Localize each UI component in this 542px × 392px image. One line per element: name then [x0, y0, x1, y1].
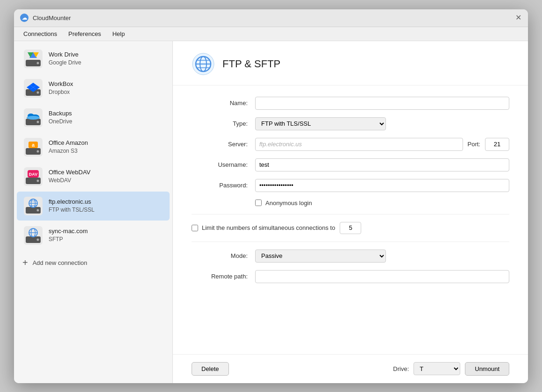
- server-row: Server: Port:: [192, 138, 509, 151]
- sidebar-item-sftp[interactable]: sync-mac.com SFTP: [17, 221, 170, 250]
- name-row: Name:: [192, 97, 509, 110]
- divider-2: [192, 242, 509, 242]
- sidebar-item-webdav[interactable]: DAV Office WebDAV WebDAV: [17, 162, 170, 191]
- remote-path-label: Remote path:: [192, 273, 248, 280]
- type-label: Type:: [192, 120, 248, 127]
- work-drive-name: Work Drive: [49, 50, 81, 59]
- ftp-icon: [23, 196, 43, 216]
- workbox-text: WorkBox Dropbox: [49, 80, 73, 96]
- ftp-name: ftp.electronic.us: [49, 198, 94, 206]
- anonymous-label: Anonymous login: [265, 200, 312, 207]
- name-label: Name:: [192, 100, 248, 107]
- close-button[interactable]: ✕: [515, 14, 521, 21]
- workbox-sub: Dropbox: [49, 88, 73, 96]
- webdav-sub: WebDAV: [49, 177, 91, 185]
- work-drive-sub: Google Drive: [49, 59, 81, 67]
- amazon-sub: Amazon S3: [49, 147, 88, 155]
- detail-header: FTP & SFTP: [173, 41, 528, 86]
- type-select[interactable]: FTP SFTP FTP with TLS/SSL: [255, 117, 386, 130]
- sftp-icon: [23, 226, 43, 245]
- sidebar: Work Drive Google Drive: [14, 41, 173, 383]
- webdav-name: Office WebDAV: [49, 168, 91, 177]
- ftp-text: ftp.electronic.us FTP with TSL/SSL: [49, 198, 94, 214]
- drive-section: Drive: T A B C Unmount: [393, 362, 509, 376]
- sftp-text: sync-mac.com SFTP: [49, 227, 88, 243]
- svg-point-31: [37, 179, 39, 182]
- menubar: Connections Preferences Help: [14, 27, 528, 41]
- sftp-name: sync-mac.com: [49, 227, 88, 235]
- menu-preferences[interactable]: Preferences: [64, 29, 106, 39]
- mode-row: Mode: Passive Active: [192, 249, 509, 263]
- webdav-text: Office WebDAV WebDAV: [49, 168, 91, 185]
- backups-text: Backups OneDrive: [49, 109, 72, 126]
- drive-select[interactable]: T A B C: [414, 362, 460, 375]
- port-label: Port:: [468, 141, 480, 148]
- backups-icon: [23, 108, 43, 128]
- work-drive-text: Work Drive Google Drive: [49, 50, 81, 67]
- sftp-sub: SFTP: [49, 235, 88, 243]
- svg-text:a: a: [32, 142, 35, 148]
- server-input[interactable]: [255, 138, 463, 151]
- app-window: ☁ CloudMounter ✕ Connections Preferences…: [14, 9, 528, 383]
- amazon-text: Office Amazon Amazon S3: [49, 139, 88, 155]
- sidebar-item-backups[interactable]: Backups OneDrive: [17, 103, 170, 132]
- workbox-name: WorkBox: [49, 80, 73, 88]
- password-label: Password:: [192, 182, 248, 189]
- webdav-icon: DAV: [23, 167, 43, 186]
- sidebar-item-workbox[interactable]: WorkBox Dropbox: [17, 74, 170, 103]
- add-icon: +: [22, 257, 28, 268]
- divider-1: [192, 214, 509, 214]
- backups-name: Backups: [49, 109, 72, 118]
- add-connection-label: Add new connection: [33, 259, 87, 266]
- detail-icon: [192, 52, 215, 76]
- name-input[interactable]: [255, 97, 509, 110]
- app-title: CloudMounter: [33, 14, 71, 21]
- svg-point-13: [37, 91, 39, 93]
- svg-text:☁: ☁: [22, 15, 27, 21]
- workbox-icon: [23, 78, 43, 98]
- svg-point-20: [37, 121, 39, 123]
- detail-body: Name: Type: FTP SFTP FTP with TLS/SSL Se…: [173, 86, 528, 354]
- svg-point-44: [37, 238, 39, 241]
- mode-label: Mode:: [192, 252, 248, 259]
- mode-select[interactable]: Passive Active: [255, 249, 386, 263]
- detail-panel: FTP & SFTP Name: Type: FTP SFTP FTP with…: [173, 41, 528, 383]
- app-icon: ☁: [20, 13, 29, 22]
- unmount-button[interactable]: Unmount: [465, 362, 509, 376]
- bottom-actions: Delete Drive: T A B C Unmount: [173, 354, 528, 383]
- port-input[interactable]: [485, 138, 509, 151]
- backups-sub: OneDrive: [49, 118, 72, 126]
- password-row: Password:: [192, 179, 509, 192]
- limit-label: Limit the numbers of simultaneous connec…: [202, 224, 335, 231]
- menu-help[interactable]: Help: [107, 29, 129, 39]
- menu-connections[interactable]: Connections: [19, 29, 62, 39]
- work-drive-icon: [23, 49, 43, 69]
- remote-path-input[interactable]: [255, 270, 509, 283]
- amazon-name: Office Amazon: [49, 139, 88, 147]
- anonymous-row: Anonymous login: [192, 200, 509, 207]
- password-input[interactable]: [255, 179, 509, 192]
- username-input[interactable]: [255, 158, 509, 171]
- username-row: Username:: [192, 158, 509, 171]
- svg-point-5: [37, 62, 39, 64]
- remote-path-row: Remote path:: [192, 270, 509, 283]
- anonymous-checkbox[interactable]: [255, 200, 262, 206]
- limit-input[interactable]: [340, 222, 361, 234]
- detail-title: FTP & SFTP: [222, 58, 280, 70]
- sidebar-item-ftp[interactable]: ftp.electronic.us FTP with TSL/SSL: [17, 192, 170, 221]
- drive-label: Drive:: [393, 365, 409, 372]
- sidebar-item-amazon[interactable]: a Office Amazon Amazon S3: [17, 133, 170, 162]
- svg-point-36: [37, 209, 39, 211]
- svg-point-23: [27, 116, 40, 120]
- main-content: Work Drive Google Drive: [14, 41, 528, 383]
- add-connection-button[interactable]: + Add new connection: [14, 253, 172, 273]
- sidebar-item-work-drive[interactable]: Work Drive Google Drive: [17, 44, 170, 73]
- delete-button[interactable]: Delete: [192, 362, 229, 376]
- ftp-sub: FTP with TSL/SSL: [49, 206, 94, 214]
- svg-point-26: [37, 150, 39, 152]
- svg-text:DAV: DAV: [29, 172, 37, 177]
- server-label: Server:: [192, 141, 248, 148]
- limit-checkbox[interactable]: [192, 225, 198, 231]
- titlebar: ☁ CloudMounter ✕: [14, 9, 528, 27]
- limit-row: Limit the numbers of simultaneous connec…: [192, 222, 509, 234]
